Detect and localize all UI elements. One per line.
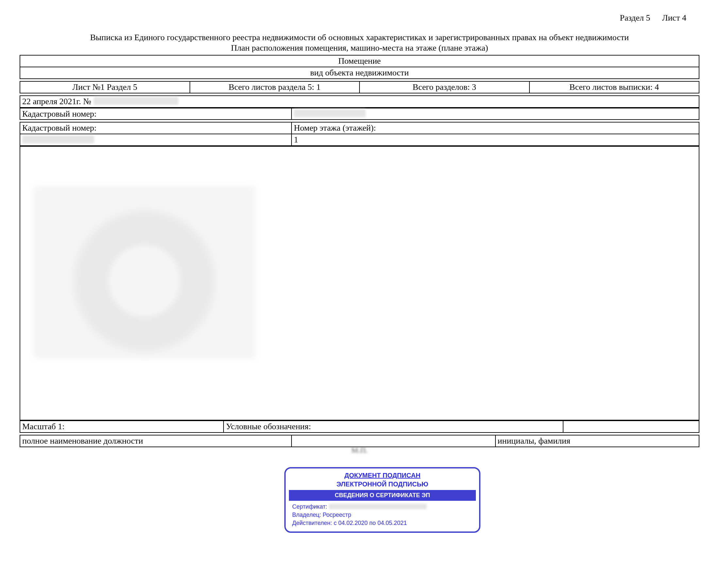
sheet-label: Лист 4 <box>662 13 686 23</box>
cadastral-value-1 <box>291 108 699 120</box>
digital-signature-stamp: ДОКУМЕНТ ПОДПИСАН ЭЛЕКТРОННОЙ ПОДПИСЬЮ С… <box>284 467 480 533</box>
date-number-text: 22 апреля 2021г. № <box>22 97 94 106</box>
floor-value: 1 <box>291 134 699 146</box>
document-subtitle: План расположения помещения, машино-мест… <box>20 43 699 53</box>
date-number-cell: 22 апреля 2021г. № <box>20 96 699 107</box>
redacted-cert <box>329 504 427 509</box>
stamp-bar: СВЕДЕНИЯ О СЕРТИФИКАТЕ ЭП <box>289 490 476 501</box>
legend-empty <box>563 421 699 433</box>
page-meta: Раздел 5 Лист 4 <box>610 13 687 23</box>
document-title: Выписка из Единого государственного реес… <box>20 33 699 42</box>
nav-sheets-total: Всего листов выписки: 4 <box>530 81 699 93</box>
stamp-cert: Сертификат: <box>292 503 473 511</box>
scale-cell: Масштаб 1: <box>20 421 224 433</box>
stamp-cert-label: Сертификат: <box>292 503 329 510</box>
nav-sheets-in-section: Всего листов раздела 5: 1 <box>190 81 360 93</box>
date-number-table: 22 апреля 2021г. № <box>20 96 699 108</box>
cadastral-value-2 <box>20 134 291 146</box>
object-name: Помещение <box>20 55 699 67</box>
stamp-owner: Владелец: Росреестр <box>292 511 473 519</box>
cadastral-label-1: Кадастровый номер: <box>20 108 291 120</box>
floor-label: Номер этажа (этажей): <box>291 122 699 134</box>
floor-plan-area <box>20 146 699 420</box>
cadastral-table-1: Кадастровый номер: <box>20 108 699 120</box>
stamp-sub: ЭЛЕКТРОННОЙ ПОДПИСЬЮ <box>286 481 479 490</box>
scale-legend-table: Масштаб 1: Условные обозначения: <box>20 420 699 433</box>
redacted-cadastral-2 <box>22 135 94 143</box>
redacted-number <box>94 97 179 105</box>
nav-sections-total: Всего разделов: 3 <box>360 81 530 93</box>
floor-plan-image-redacted <box>33 186 255 359</box>
stamp-body: Сертификат: Владелец: Росреестр Действит… <box>286 501 479 531</box>
signature-cell <box>291 435 495 447</box>
initials-cell: инициалы, фамилия <box>495 435 699 447</box>
signature-table: полное наименование должности инициалы, … <box>20 435 699 447</box>
legend-cell: Условные обозначения: <box>224 421 563 433</box>
redacted-cadastral-1 <box>294 109 366 117</box>
page: Раздел 5 Лист 4 Выписка из Единого госуд… <box>0 0 719 588</box>
section-label: Раздел 5 <box>620 13 650 23</box>
nav-table: Лист №1 Раздел 5 Всего листов раздела 5:… <box>20 81 699 93</box>
seal-mark: М.П. <box>20 446 699 455</box>
stamp-valid: Действителен: с 04.02.2020 по 04.05.2021 <box>292 519 473 527</box>
cadastral-floor-table: Кадастровый номер: Номер этажа (этажей):… <box>20 122 699 146</box>
object-kind-label: вид объекта недвижимости <box>20 67 699 79</box>
position-cell: полное наименование должности <box>20 435 291 447</box>
object-table: Помещение вид объекта недвижимости <box>20 55 699 79</box>
cadastral-label-2: Кадастровый номер: <box>20 122 291 134</box>
nav-sheet-section: Лист №1 Раздел 5 <box>20 81 190 93</box>
stamp-head: ДОКУМЕНТ ПОДПИСАН <box>286 468 479 481</box>
